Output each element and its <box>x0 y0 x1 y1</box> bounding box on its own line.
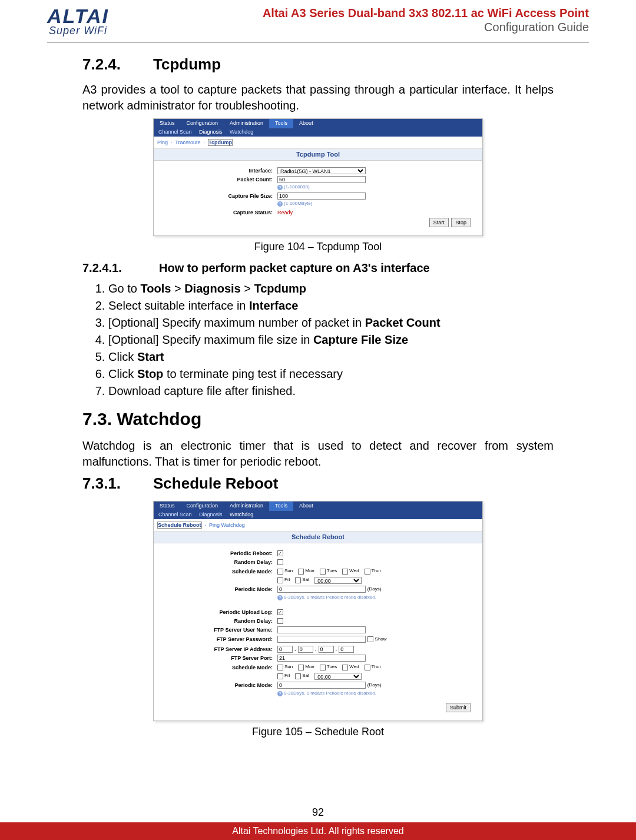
day-mon-checkbox-2[interactable] <box>298 665 304 670</box>
subtab-traceroute[interactable]: Traceroute <box>175 140 200 145</box>
hint-file-size: (1-100MByte) <box>277 201 476 207</box>
subtab-ping[interactable]: Ping <box>157 140 168 145</box>
label-schedule-mode-2: Schedule Mode: <box>160 664 277 671</box>
label-capture-status: Capture Status: <box>160 209 277 216</box>
tab-configuration-2[interactable]: Configuration <box>181 502 224 511</box>
packet-count-input[interactable] <box>277 176 366 183</box>
label-ftp-user: FTP Server User Name: <box>160 626 277 633</box>
step-6: Click Stop to terminate ping test if nec… <box>108 366 554 382</box>
page-header: ALTAI Super WiFi Altai A3 Series Dual-ba… <box>47 0 589 42</box>
step-5: Click Start <box>108 349 554 365</box>
periodic-reboot-checkbox[interactable] <box>277 550 283 556</box>
label-periodic-reboot: Periodic Reboot: <box>160 550 277 557</box>
tab-configuration[interactable]: Configuration <box>181 119 224 128</box>
tab-about-2[interactable]: About <box>293 502 319 511</box>
figure-104-screenshot: Status Configuration Administration Tool… <box>153 118 483 236</box>
ip-octet-1-input[interactable] <box>277 646 293 653</box>
capture-file-size-input[interactable] <box>277 192 366 200</box>
step-2: Select suitable interface in Interface <box>108 298 554 314</box>
label-periodic-mode: Periodic Mode: <box>160 586 277 593</box>
figure-105-caption: Figure 105 – Schedule Root <box>82 725 554 739</box>
doc-title-red: Altai A3 Series Dual-band 3x3 802.11 ac … <box>263 6 589 20</box>
subtab-tcpdump[interactable]: Tcpdump <box>208 139 233 146</box>
show-password-checkbox[interactable] <box>367 636 373 642</box>
label-random-delay: Random Delay: <box>160 559 277 566</box>
time-select[interactable]: 00:00 <box>314 577 362 584</box>
heading-7-3: 7.3. Watchdog <box>82 407 554 431</box>
random-delay-checkbox[interactable] <box>277 559 283 565</box>
header-titles: Altai A3 Series Dual-band 3x3 802.11 ac … <box>263 6 589 34</box>
heading-7-2-4: 7.2.4.Tcpdump <box>82 54 554 75</box>
periodic-upload-checkbox[interactable] <box>277 609 283 615</box>
label-packet-count: Packet Count: <box>160 176 277 183</box>
tab-tools-2[interactable]: Tools <box>269 502 293 511</box>
random-delay-checkbox-2[interactable] <box>277 618 283 624</box>
subnav-watchdog-2[interactable]: Watchdog <box>230 512 253 517</box>
label-random-delay-2: Random Delay: <box>160 617 277 625</box>
start-button[interactable]: Start <box>429 218 449 227</box>
step-1: Go to Tools > Diagnosis > Tcpdump <box>108 281 554 297</box>
page-number: 92 <box>0 806 636 819</box>
tab-about[interactable]: About <box>293 119 319 128</box>
ftp-pass-input[interactable] <box>277 636 366 643</box>
ip-octet-2-input[interactable] <box>298 646 313 653</box>
nav-tabs-2: Status Configuration Administration Tool… <box>154 502 482 511</box>
subnav-diagnosis[interactable]: Diagnosis <box>199 129 223 135</box>
label-ftp-port: FTP Server Port: <box>160 655 277 662</box>
time-select-2[interactable]: 00:00 <box>314 673 362 680</box>
heading-7-2-4-1: 7.2.4.1.How to perform packet capture on… <box>82 260 554 276</box>
day-sat-checkbox[interactable] <box>295 577 301 583</box>
tab-administration[interactable]: Administration <box>224 119 269 128</box>
ip-octet-4-input[interactable] <box>339 646 354 653</box>
figure-105-screenshot: Status Configuration Administration Tool… <box>153 501 483 721</box>
day-sun-checkbox[interactable] <box>277 569 283 575</box>
hint-periodic: 0-30Days, 0 means Periodic mode disabled… <box>277 595 476 601</box>
label-periodic-mode-2: Periodic Mode: <box>160 682 277 689</box>
tab-status[interactable]: Status <box>154 119 181 128</box>
day-sat-checkbox-2[interactable] <box>295 673 301 679</box>
step-7: Download capture file after finished. <box>108 383 554 399</box>
footer-bar: Altai Technologies Ltd. All rights reser… <box>0 822 636 840</box>
stop-button[interactable]: Stop <box>451 218 471 227</box>
tab-status-2[interactable]: Status <box>154 502 181 511</box>
ftp-user-input[interactable] <box>277 626 366 633</box>
day-fri-checkbox-2[interactable] <box>277 673 283 679</box>
hint-packet-count: (1-1000000) <box>277 184 476 191</box>
subnav-channel-scan[interactable]: Channel Scan <box>158 129 192 135</box>
periodic-mode-input-2[interactable] <box>277 682 366 689</box>
subnav-watchdog[interactable]: Watchdog <box>230 129 253 135</box>
steps-list: Go to Tools > Diagnosis > Tcpdump Select… <box>108 281 554 399</box>
logo-main: ALTAI <box>47 6 109 26</box>
label-ftp-ip: FTP Server IP Address: <box>160 646 277 653</box>
watchdog-subtabs: Schedule Reboot · Ping Watchdog <box>154 519 482 532</box>
capture-status-value: Ready <box>277 209 293 216</box>
figure-104-caption: Figure 104 – Tcpdump Tool <box>82 240 554 254</box>
day-tues-checkbox[interactable] <box>320 569 326 575</box>
day-tues-checkbox-2[interactable] <box>320 665 326 670</box>
submit-button[interactable]: Submit <box>446 703 471 712</box>
day-thur-checkbox-2[interactable] <box>365 665 370 670</box>
label-ftp-pass: FTP Server Password: <box>160 636 277 643</box>
subtab-schedule-reboot[interactable]: Schedule Reboot <box>157 522 202 529</box>
day-mon-checkbox[interactable] <box>298 569 304 575</box>
tab-administration-2[interactable]: Administration <box>224 502 269 511</box>
day-thur-checkbox[interactable] <box>365 569 370 575</box>
day-fri-checkbox[interactable] <box>277 577 283 583</box>
periodic-mode-input[interactable] <box>277 586 366 593</box>
label-schedule-mode: Schedule Mode: <box>160 568 277 575</box>
ftp-port-input[interactable] <box>277 655 366 662</box>
day-sun-checkbox-2[interactable] <box>277 665 283 670</box>
subnav-diagnosis-2[interactable]: Diagnosis <box>199 512 223 517</box>
subtab-ping-watchdog[interactable]: Ping Watchdog <box>209 522 245 528</box>
label-interface: Interface: <box>160 167 277 174</box>
tab-tools[interactable]: Tools <box>269 119 293 128</box>
hint-periodic-2: 0-30Days, 0 means Periodic mode disabled… <box>277 690 476 697</box>
subnav-channel-scan-2[interactable]: Channel Scan <box>158 512 192 517</box>
day-wed-checkbox-2[interactable] <box>342 665 348 670</box>
ip-octet-3-input[interactable] <box>319 646 334 653</box>
para-tcpdump: A3 provides a tool to capture packets th… <box>82 82 554 114</box>
diagnosis-subtabs: Ping · Traceroute · Tcpdump <box>154 137 482 149</box>
interface-select[interactable]: Radio1(5G) - WLAN1 <box>277 167 366 174</box>
nav-tabs: Status Configuration Administration Tool… <box>154 119 482 128</box>
day-wed-checkbox[interactable] <box>342 569 348 575</box>
